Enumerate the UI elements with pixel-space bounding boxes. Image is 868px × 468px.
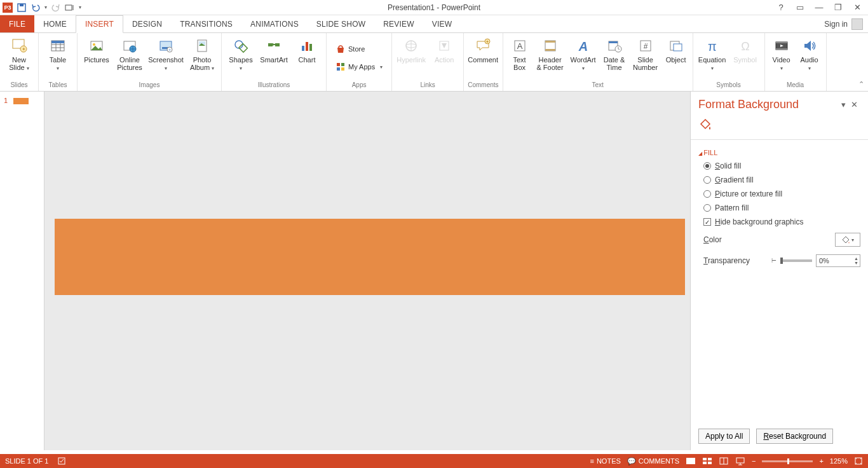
new-slide-button[interactable]: ✦ New Slide ▾ xyxy=(4,34,34,72)
sign-in[interactable]: Sign in xyxy=(819,15,868,32)
table-button[interactable]: Table▾ xyxy=(43,34,73,72)
comment-icon: ✦ xyxy=(474,37,492,55)
date-time-button[interactable]: Date & Time xyxy=(601,34,628,71)
transparency-spinner[interactable]: 0%▲▼ xyxy=(816,254,860,267)
header-footer-button[interactable]: Header & Footer xyxy=(535,34,566,71)
window-title: Presentation1 - PowerPoint xyxy=(388,3,480,12)
fit-to-window-icon[interactable] xyxy=(854,457,863,465)
object-button[interactable]: Object xyxy=(663,34,689,64)
photo-album-icon xyxy=(193,37,211,55)
start-from-beginning-icon[interactable] xyxy=(65,3,75,13)
my-apps-label: My Apps xyxy=(348,63,375,71)
audio-button[interactable]: Audio▾ xyxy=(797,34,822,72)
online-pictures-label: Online Pictures xyxy=(117,56,142,71)
tab-insert[interactable]: INSERT xyxy=(76,15,123,33)
svg-text:✦: ✦ xyxy=(485,39,489,44)
zoom-out-button[interactable]: − xyxy=(752,457,756,465)
solid-fill-radio[interactable]: Solid fill xyxy=(698,159,860,173)
smartart-button[interactable]: SmartArt xyxy=(259,34,289,64)
transparency-label: Transparency xyxy=(703,256,750,265)
svg-rect-2 xyxy=(65,5,72,10)
fill-section-header[interactable]: Fill xyxy=(698,146,860,159)
ribbon: ✦ New Slide ▾ Slides Table▾ Tables Pictu… xyxy=(0,33,868,92)
svg-rect-60 xyxy=(708,458,712,460)
equation-button[interactable]: πEquation▾ xyxy=(697,34,728,72)
notes-button[interactable]: ≡ NOTES xyxy=(590,457,620,465)
undo-icon[interactable] xyxy=(31,3,41,13)
save-icon[interactable] xyxy=(17,3,27,13)
slide-number-button[interactable]: #Slide Number xyxy=(630,34,661,71)
restore-icon[interactable]: ❐ xyxy=(832,3,844,12)
close-icon[interactable]: ✕ xyxy=(851,3,863,12)
avatar-icon xyxy=(851,18,863,30)
pictures-button[interactable]: Pictures xyxy=(81,34,112,64)
video-button[interactable]: Video▾ xyxy=(769,34,794,72)
store-button[interactable]: Store xyxy=(333,43,367,55)
tab-review[interactable]: REVIEW xyxy=(374,15,423,32)
ribbon-options-icon[interactable]: ▭ xyxy=(794,3,806,12)
transparency-slider[interactable] xyxy=(780,259,812,262)
tab-design[interactable]: DESIGN xyxy=(123,15,171,32)
reading-view-icon[interactable] xyxy=(719,457,729,465)
thumbnail-panel[interactable]: 1 xyxy=(0,92,44,450)
tab-slideshow[interactable]: SLIDE SHOW xyxy=(308,15,374,32)
tab-home[interactable]: HOME xyxy=(34,15,76,32)
gradient-fill-radio[interactable]: Gradient fill xyxy=(698,173,860,187)
chart-button[interactable]: Chart xyxy=(292,34,322,64)
group-apps: Store My Apps ▾ Apps xyxy=(327,33,392,91)
svg-rect-43 xyxy=(545,49,555,51)
undo-dropdown-icon[interactable]: ▾ xyxy=(44,4,47,10)
thumbnail-1-preview[interactable] xyxy=(13,98,29,104)
group-comments-label: Comments xyxy=(468,81,498,90)
symbol-button: ΩSymbol xyxy=(730,34,761,64)
spell-check-icon[interactable] xyxy=(57,457,66,465)
slide-counter[interactable]: SLIDE 1 OF 1 xyxy=(5,457,48,465)
collapse-ribbon-icon[interactable]: ⌃ xyxy=(858,80,864,88)
slide-sorter-icon[interactable] xyxy=(702,457,712,465)
comment-button[interactable]: ✦Comment xyxy=(468,34,498,64)
reset-background-button[interactable]: Reset Background xyxy=(756,429,833,444)
hide-bg-checkbox[interactable]: ✓Hide background graphics xyxy=(698,215,860,229)
svg-text:✦: ✦ xyxy=(22,46,26,52)
svg-rect-65 xyxy=(736,458,744,463)
color-picker-button[interactable]: ▾ xyxy=(835,233,860,247)
text-box-icon: A xyxy=(511,37,529,55)
format-pane-options-icon[interactable]: ▾ xyxy=(839,100,848,109)
zoom-level[interactable]: 125% xyxy=(830,457,848,465)
tab-transitions[interactable]: TRANSITIONS xyxy=(171,15,241,32)
format-background-pane: Format Background ▾ ✕ Fill Solid fill Gr… xyxy=(690,92,868,450)
picture-texture-label: Picture or texture fill xyxy=(715,189,782,198)
svg-rect-61 xyxy=(703,462,707,464)
tab-animations[interactable]: ANIMATIONS xyxy=(241,15,308,32)
zoom-slider[interactable] xyxy=(762,460,813,462)
online-pictures-icon xyxy=(121,37,139,55)
window-controls: ? ▭ — ❐ ✕ xyxy=(775,3,868,12)
online-pictures-button[interactable]: Online Pictures xyxy=(114,34,145,71)
group-media: Video▾ Audio▾ Media xyxy=(765,33,827,91)
screenshot-button[interactable]: +Screenshot▾ xyxy=(147,34,184,72)
svg-text:+: + xyxy=(168,48,171,52)
qat-customize-icon[interactable]: ▾ xyxy=(79,4,81,10)
slideshow-view-icon[interactable] xyxy=(735,457,745,465)
normal-view-icon[interactable] xyxy=(686,457,696,465)
tab-file[interactable]: FILE xyxy=(0,15,34,32)
slide-canvas[interactable] xyxy=(44,92,690,450)
fill-tab-icon[interactable] xyxy=(698,118,712,132)
redo-icon[interactable] xyxy=(51,3,61,13)
zoom-in-button[interactable]: + xyxy=(819,457,823,465)
shapes-button[interactable]: Shapes▾ xyxy=(226,34,256,72)
format-pane-close-icon[interactable]: ✕ xyxy=(848,100,860,109)
tab-view[interactable]: VIEW xyxy=(423,15,461,32)
group-text-label: Text xyxy=(507,81,689,90)
photo-album-button[interactable]: Photo Album ▾ xyxy=(187,34,217,72)
text-box-button[interactable]: AText Box xyxy=(507,34,532,71)
help-icon[interactable]: ? xyxy=(775,3,787,12)
picture-texture-radio[interactable]: Picture or texture fill xyxy=(698,187,860,201)
comments-button[interactable]: 💬 COMMENTS xyxy=(627,457,679,465)
action-label: Action xyxy=(435,56,454,64)
minimize-icon[interactable]: — xyxy=(813,3,825,12)
my-apps-button[interactable]: My Apps ▾ xyxy=(333,60,385,73)
apply-to-all-button[interactable]: Apply to All xyxy=(698,429,750,444)
wordart-button[interactable]: AWordArt▾ xyxy=(568,34,599,72)
pattern-fill-radio[interactable]: Pattern fill xyxy=(698,201,860,215)
